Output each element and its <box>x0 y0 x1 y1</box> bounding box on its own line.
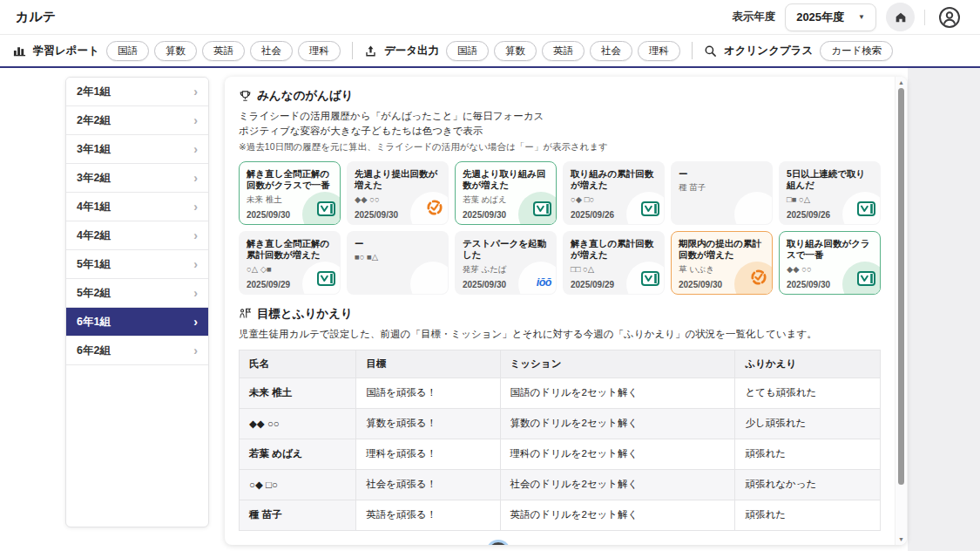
subject-pill[interactable]: 国語 <box>446 41 489 61</box>
account-button[interactable] <box>935 3 964 32</box>
table-row: ○◆ □○社会を頑張る！社会のドリルを2セット解く頑張れなかった <box>240 469 881 500</box>
sidebar-item-3年1組[interactable]: 3年1組› <box>66 135 208 164</box>
table-cell: 頑張れた <box>735 439 881 469</box>
sidebar-item-5年2組[interactable]: 5年2組› <box>66 279 208 308</box>
sidebar-item-4年1組[interactable]: 4年1組› <box>66 193 208 221</box>
year-label: 表示年度 <box>732 10 775 24</box>
sidebar-item-2年1組[interactable]: 2年1組› <box>66 78 208 106</box>
scroll-down-icon[interactable]: ▼ <box>898 534 904 544</box>
subject-pill[interactable]: 理科 <box>638 41 680 61</box>
card-decoration <box>734 192 773 225</box>
gambari-note: ※過去10日間の履歴を元に算出、ミライシードの活用がない場合は「ー」が表示されま… <box>239 141 881 153</box>
report-subject-pills: 国語算数英語社会理科 <box>106 41 341 61</box>
card-title: 解き直しの累計回数が増えた <box>571 238 657 262</box>
subject-pill[interactable]: 算数 <box>154 41 197 61</box>
subject-pill[interactable]: 英語 <box>202 41 245 61</box>
sidebar-item-4年2組[interactable]: 4年2組› <box>66 221 208 250</box>
goal-table-header-row: 氏名目標ミッションふりかえり <box>240 350 881 378</box>
student-name-cell: ◆◆ ○○ <box>240 408 356 439</box>
chevron-right-icon: › <box>193 172 198 184</box>
sidebar-item-6年1組[interactable]: 6年1組› <box>66 308 208 337</box>
gambari-card[interactable]: 先週より提出回数が増えた◆◆ ○○2025/09/30 <box>347 161 449 225</box>
card-title: 5日以上連続で取り組んだ <box>787 168 873 193</box>
subject-pill[interactable]: 英語 <box>542 41 585 61</box>
table-row: ◆◆ ○○算数を頑張る！算数のドリルを2セット解く少し頑張れた <box>240 408 881 439</box>
class-label: 4年2組 <box>77 228 111 243</box>
class-label: 5年1組 <box>77 257 111 272</box>
card-title: 取り組み回数がクラスで一番 <box>787 238 873 262</box>
okulink-icon <box>750 269 767 286</box>
gambari-card[interactable]: 解き直しの累計回数が増えた□□ ○△2025/09/29 <box>563 231 665 295</box>
class-label: 2年2組 <box>77 113 111 128</box>
sidebar-item-2年2組[interactable]: 2年2組› <box>66 106 208 135</box>
card-date: 2025/09/26 <box>787 210 830 220</box>
sidebar-item-3年2組[interactable]: 3年2組› <box>66 164 208 193</box>
class-label: 6年1組 <box>77 315 111 330</box>
chevron-right-icon: › <box>193 114 198 126</box>
gambari-card[interactable]: 解き直し全問正解の回数がクラスで一番未来 椎土2025/09/30 <box>239 161 341 225</box>
student-name-cell: 未来 椎土 <box>240 378 356 408</box>
year-select[interactable]: 2025年度 ▼ <box>785 3 876 31</box>
table-cell: 頑張れた <box>735 500 881 530</box>
divider <box>352 42 353 59</box>
table-header-cell: ふりかえり <box>735 350 881 378</box>
okulink-group: オクリンクプラス カード検索 <box>704 41 893 61</box>
card-title: 先週より取り組み回数が増えた <box>463 168 549 193</box>
testpark-icon: iŏŏ <box>537 276 551 289</box>
gambari-card[interactable]: 期限内の提出の累計回数が増えた草 いぶき2025/09/30 <box>671 231 773 295</box>
subject-pill[interactable]: 理科 <box>298 41 341 61</box>
sidebar-item-6年2組[interactable]: 6年2組› <box>66 337 208 365</box>
divider <box>692 42 693 59</box>
card-title: 解き直し全問正解の回数がクラスで一番 <box>247 168 333 193</box>
card-title: ー <box>679 168 765 180</box>
chevron-right-icon: › <box>193 143 198 155</box>
goal-description: 児童生徒用カルテで設定した、前週の「目標・ミッション」とそれに対する今週の「ふり… <box>239 327 881 342</box>
upload-icon <box>364 44 377 58</box>
table-cell: 英語のドリルを2セット解く <box>500 500 735 530</box>
gambari-card[interactable]: 解き直し全問正解の累計回数が増えた○△ ◇■2025/09/29 <box>239 231 341 295</box>
table-row: 種 苗子英語を頑張る！英語のドリルを2セット解く頑張れた <box>240 500 881 530</box>
data-export-link[interactable]: データ出力 <box>384 44 439 58</box>
table-cell: 理科を頑張る！ <box>356 439 500 469</box>
class-label: 3年2組 <box>77 171 111 186</box>
class-label: 5年2組 <box>77 286 111 301</box>
gambari-card[interactable]: 取り組み回数がクラスで一番◆◆ ○○2025/09/30 <box>779 231 881 295</box>
scrollbar[interactable]: ▲ ▼ <box>895 77 907 545</box>
card-title: 解き直し全問正解の累計回数が増えた <box>247 238 333 262</box>
chevron-right-icon: › <box>193 85 198 98</box>
scroll-up-icon[interactable]: ▲ <box>898 78 904 87</box>
okulink-plus-link[interactable]: オクリンクプラス <box>724 44 813 58</box>
gambari-card[interactable]: テストパークを起動した発芽 ふたば2025/09/30iŏŏ <box>455 231 557 295</box>
sidebar-item-5年1組[interactable]: 5年1組› <box>66 250 208 279</box>
gambari-card[interactable]: 取り組みの累計回数が増えた○◆ □○2025/09/26 <box>563 161 665 225</box>
home-icon <box>894 10 908 24</box>
pagination-page-1[interactable]: 1 <box>489 542 508 545</box>
subject-pill[interactable]: 社会 <box>250 41 293 61</box>
export-subject-pills: 国語算数英語社会理科 <box>446 41 680 61</box>
home-button[interactable] <box>886 3 915 31</box>
drillpark-icon <box>857 201 875 216</box>
gambari-card[interactable]: ー■○ ■△ <box>347 231 449 295</box>
class-label: 4年1組 <box>77 200 111 214</box>
gambari-card[interactable]: ー種 苗子 <box>671 161 773 225</box>
year-value: 2025年度 <box>796 10 844 25</box>
table-cell: 英語を頑張る！ <box>356 500 500 530</box>
card-student-name: 種 苗子 <box>679 182 765 194</box>
card-app-icon <box>641 271 659 289</box>
table-cell: 算数のドリルを2セット解く <box>500 408 735 439</box>
subject-pill[interactable]: 国語 <box>106 41 149 61</box>
card-title: 期限内の提出の累計回数が増えた <box>679 238 765 262</box>
main-panel: みんなのがんばり ミライシードの活用履歴から「がんばったこと」に毎日フォーカス … <box>225 77 907 545</box>
subject-pill[interactable]: 社会 <box>590 41 632 61</box>
scrollbar-track[interactable] <box>896 87 907 534</box>
card-app-icon <box>533 201 551 220</box>
table-cell: 国語を頑張る！ <box>356 378 500 408</box>
learning-report-link[interactable]: 学習レポート <box>33 44 99 58</box>
gambari-card[interactable]: 先週より取り組み回数が増えた若葉 めばえ2025/09/30 <box>455 161 557 225</box>
gambari-card[interactable]: 5日以上連続で取り組んだ□■ ○△2025/09/26 <box>779 161 881 225</box>
subject-pill[interactable]: 算数 <box>494 41 537 61</box>
scrollbar-thumb[interactable] <box>898 88 904 485</box>
table-cell: 社会のドリルを2セット解く <box>500 469 735 500</box>
card-search-button[interactable]: カード検索 <box>820 41 893 61</box>
card-app-icon <box>426 199 443 220</box>
